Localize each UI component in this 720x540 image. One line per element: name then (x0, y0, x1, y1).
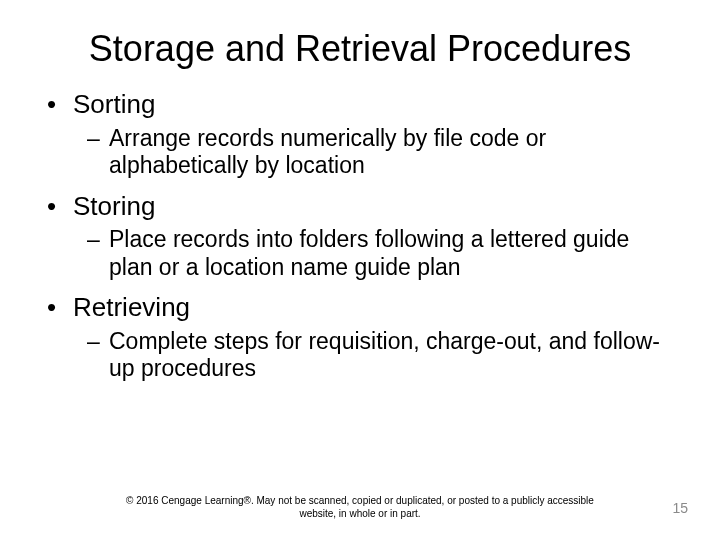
bullet-label: Retrieving (73, 291, 675, 324)
subbullet-text: Complete steps for requisition, charge-o… (109, 328, 675, 383)
bullet-dot-icon: • (45, 291, 73, 324)
slide: Storage and Retrieval Procedures • Sorti… (0, 0, 720, 540)
bullet-dot-icon: • (45, 88, 73, 121)
slide-title: Storage and Retrieval Procedures (45, 28, 675, 70)
subbullet-text: Place records into folders following a l… (109, 226, 675, 281)
slide-content: • Sorting – Arrange records numerically … (45, 88, 675, 383)
bullet-label: Sorting (73, 88, 675, 121)
subbullet-item: – Place records into folders following a… (45, 226, 675, 281)
dash-icon: – (87, 226, 109, 281)
bullet-label: Storing (73, 190, 675, 223)
subbullet-text: Arrange records numerically by file code… (109, 125, 675, 180)
bullet-item-sorting: • Sorting (45, 88, 675, 121)
subbullet-item: – Arrange records numerically by file co… (45, 125, 675, 180)
dash-icon: – (87, 125, 109, 180)
copyright-footer: © 2016 Cengage Learning®. May not be sca… (0, 495, 720, 520)
page-number: 15 (672, 500, 688, 516)
bullet-dot-icon: • (45, 190, 73, 223)
bullet-item-storing: • Storing (45, 190, 675, 223)
dash-icon: – (87, 328, 109, 383)
subbullet-item: – Complete steps for requisition, charge… (45, 328, 675, 383)
bullet-item-retrieving: • Retrieving (45, 291, 675, 324)
